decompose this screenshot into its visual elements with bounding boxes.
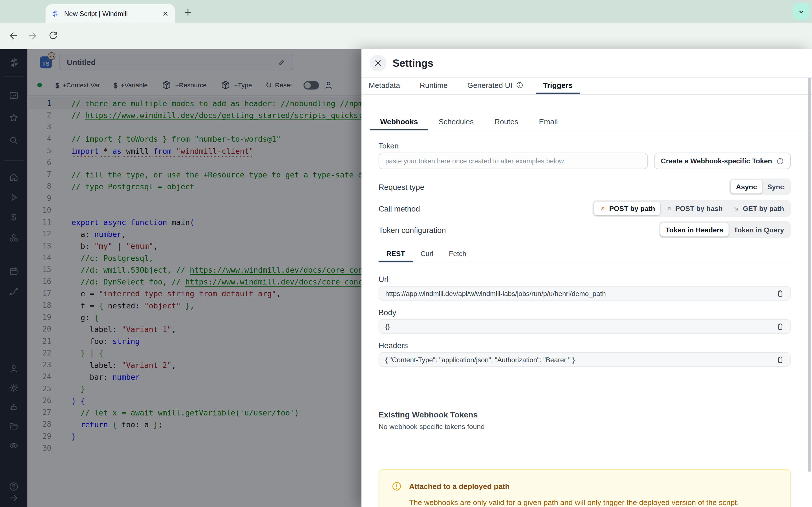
app-page: $ TS Untitled $+Context Var$: [0, 49, 812, 507]
url-label: Url: [378, 275, 791, 283]
clipboard-icon[interactable]: [776, 356, 784, 363]
warning-title: Attached to a deployed path: [409, 482, 510, 490]
request-type-segmented: AsyncSync: [729, 179, 791, 195]
drawer-title: Settings: [393, 57, 434, 69]
forward-icon[interactable]: [27, 30, 38, 41]
deployed-path-warning: Attached to a deployed path The webhooks…: [378, 469, 791, 507]
windmill-favicon: [51, 9, 59, 18]
body-value: {}: [386, 323, 771, 330]
drawer-header: Settings: [361, 49, 812, 77]
token-label: Token: [378, 142, 791, 150]
body-field[interactable]: {}: [378, 319, 791, 334]
option-get-by-path[interactable]: GET by path: [728, 202, 789, 215]
trigger-tab-schedules[interactable]: Schedules: [428, 114, 484, 130]
webhooks-panel: Token Create a Webhook-specific Token Re…: [361, 142, 812, 507]
back-icon[interactable]: [8, 30, 19, 41]
request-type-label: Request type: [378, 182, 424, 191]
existing-tokens-empty: No webhook specific tokens found: [378, 423, 791, 431]
option-post-by-path[interactable]: POST by path: [594, 202, 660, 215]
info-icon: [516, 81, 523, 89]
option-token-in-query[interactable]: Token in Query: [728, 223, 789, 237]
example-tab-rest[interactable]: REST: [378, 246, 413, 262]
token-configuration-segmented: Token in HeadersToken in Query: [659, 221, 791, 238]
headers-label: Headers: [378, 341, 791, 349]
tab-runtime[interactable]: Runtime: [412, 78, 455, 94]
trigger-tabs: WebhooksSchedulesRoutesEmail: [361, 114, 812, 130]
info-icon: [776, 157, 784, 165]
drawer-scrollbar[interactable]: [808, 78, 811, 472]
browser-tab-strip: New Script | Windmill: [0, 0, 812, 23]
alert-circle-icon: [392, 481, 402, 492]
trigger-tab-webhooks[interactable]: Webhooks: [370, 114, 428, 130]
body-label: Body: [378, 308, 791, 317]
headers-field[interactable]: { "Content-Type": "application/json", "A…: [378, 352, 791, 367]
window-chevron-button[interactable]: [793, 3, 809, 20]
option-sync[interactable]: Sync: [762, 180, 789, 193]
screen: New Script | Windmill a: [0, 0, 812, 507]
option-post-by-hash[interactable]: POST by hash: [660, 202, 728, 215]
divider: [361, 94, 812, 95]
tab-close-icon[interactable]: [160, 9, 170, 18]
trigger-tab-routes[interactable]: Routes: [484, 114, 529, 130]
example-tabs: RESTCurlFetch: [378, 246, 791, 262]
arrow-down-right-icon: [733, 205, 740, 212]
tab-metadata[interactable]: Metadata: [361, 78, 407, 94]
backdrop-overlay[interactable]: [0, 49, 361, 507]
url-field[interactable]: https://app.windmill.dev/api/w/windmill-…: [378, 286, 791, 300]
clipboard-icon[interactable]: [776, 323, 784, 330]
option-token-in-headers[interactable]: Token in Headers: [660, 223, 728, 237]
arrow-up-right-icon: [599, 205, 606, 212]
browser-tab[interactable]: New Script | Windmill: [46, 4, 175, 23]
token-configuration-label: Token configuration: [378, 225, 446, 234]
browser-toolbar: app.windmill.dev/scripts/add#JTdCJTIyaGF…: [0, 23, 812, 49]
example-tab-fetch[interactable]: Fetch: [441, 246, 474, 262]
clipboard-icon[interactable]: [776, 290, 784, 297]
settings-drawer: Settings MetadataRuntimeGenerated UITrig…: [361, 49, 812, 507]
url-value: https://app.windmill.dev/api/w/windmill-…: [386, 290, 771, 297]
example-tab-curl[interactable]: Curl: [413, 246, 441, 262]
tab-title: New Script | Windmill: [64, 10, 161, 17]
arrow-up-right-icon: [665, 205, 672, 212]
create-webhook-token-button[interactable]: Create a Webhook-specific Token: [654, 153, 791, 169]
existing-tokens-title: Existing Webhook Tokens: [378, 410, 791, 420]
new-tab-button[interactable]: [183, 7, 194, 18]
warning-body: The webhooks are only valid for a given …: [409, 498, 778, 506]
token-input[interactable]: [378, 153, 648, 169]
call-method-segmented: POST by pathPOST by hashGET by path: [593, 200, 791, 217]
headers-value: { "Content-Type": "application/json", "A…: [386, 356, 771, 363]
option-async[interactable]: Async: [731, 180, 762, 193]
tab-triggers[interactable]: Triggers: [536, 78, 580, 94]
trigger-tab-email[interactable]: Email: [529, 114, 568, 130]
reload-icon[interactable]: [48, 30, 59, 41]
close-icon[interactable]: [370, 55, 386, 71]
tab-generated-ui[interactable]: Generated UI: [460, 78, 530, 94]
call-method-label: Call method: [378, 204, 420, 213]
settings-tabs: MetadataRuntimeGenerated UITriggers: [361, 78, 812, 94]
example-fields: Urlhttps://app.windmill.dev/api/w/windmi…: [378, 275, 791, 367]
